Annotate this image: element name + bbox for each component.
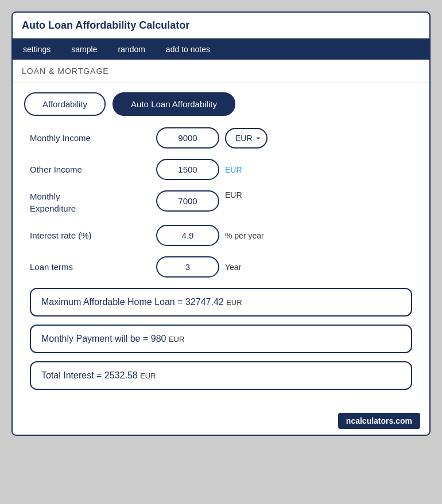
monthly-income-row: Monthly Income EUR USD GBP	[24, 127, 418, 149]
loan-terms-unit: Year	[225, 263, 241, 272]
other-income-row: Other Income EUR	[24, 159, 418, 180]
monthly-expenditure-input[interactable]	[156, 190, 219, 212]
loan-terms-input[interactable]	[156, 256, 219, 278]
max-loan-label: Maximum Affordable Home Loan =	[41, 297, 183, 307]
max-loan-unit: EUR	[226, 298, 242, 307]
nav-settings[interactable]: settings	[13, 39, 61, 60]
monthly-income-label: Monthly Income	[30, 133, 156, 143]
monthly-payment-result: Monthly Payment will be = 980 EUR	[30, 325, 412, 353]
interest-rate-label: Interest rate (%)	[30, 230, 156, 240]
interest-rate-row: Interest rate (%) % per year	[24, 225, 418, 246]
tab-auto-loan-affordability[interactable]: Auto Loan Affordability	[113, 92, 235, 116]
nav-bar: settings sample random add to notes	[13, 39, 429, 60]
tab-affordability[interactable]: Affordability	[24, 92, 106, 116]
total-interest-value: 2532.58	[104, 370, 138, 380]
main-content: Affordability Auto Loan Affordability Mo…	[13, 83, 429, 407]
max-loan-value: 32747.42	[185, 297, 224, 307]
interest-rate-input[interactable]	[156, 225, 219, 246]
monthly-expenditure-label: Monthly Expenditure	[30, 190, 156, 214]
loan-terms-label: Loan terms	[30, 262, 156, 272]
loan-terms-row: Loan terms Year	[24, 256, 418, 278]
monthly-expenditure-unit: EUR	[225, 190, 242, 200]
monthly-payment-label: Monthly Payment will be =	[41, 334, 148, 343]
nav-random[interactable]: random	[107, 39, 155, 60]
nav-sample[interactable]: sample	[61, 39, 107, 60]
other-income-input[interactable]	[156, 159, 219, 180]
calculator-container: Auto Loan Affordability Calculator setti…	[11, 11, 431, 436]
currency-select[interactable]: EUR USD GBP	[225, 128, 267, 149]
other-income-unit: EUR	[225, 165, 242, 174]
other-income-label: Other Income	[30, 165, 156, 174]
tab-row: Affordability Auto Loan Affordability	[24, 92, 418, 116]
total-interest-label: Total Interest =	[41, 370, 102, 380]
monthly-payment-value: 980	[151, 334, 166, 343]
max-loan-result: Maximum Affordable Home Loan = 32747.42 …	[30, 288, 412, 317]
footer: ncalculators.com	[13, 407, 429, 435]
interest-rate-unit: % per year	[225, 231, 264, 240]
section-header: LOAN & MORTGAGE	[13, 60, 429, 83]
monthly-income-input[interactable]	[156, 127, 219, 149]
calculator-title: Auto Loan Affordability Calculator	[13, 13, 429, 39]
total-interest-unit: EUR	[140, 372, 156, 380]
monthly-payment-unit: EUR	[169, 335, 184, 343]
nav-add-to-notes[interactable]: add to notes	[156, 39, 220, 60]
monthly-expenditure-row: Monthly Expenditure EUR	[24, 190, 418, 214]
brand-label: ncalculators.com	[338, 413, 420, 429]
total-interest-result: Total Interest = 2532.58 EUR	[30, 361, 412, 390]
